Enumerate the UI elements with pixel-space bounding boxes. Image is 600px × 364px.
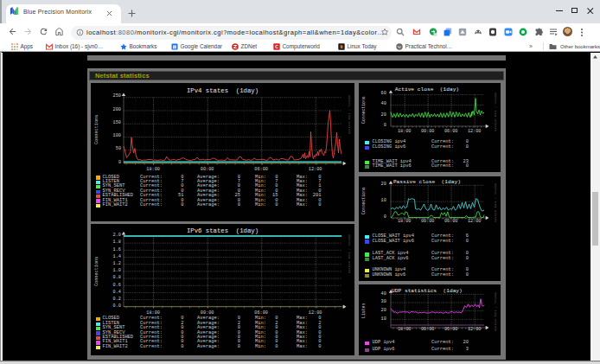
svg-text:31: 31	[173, 45, 176, 48]
svg-text:lt: lt	[340, 44, 342, 49]
svg-text:W: W	[398, 44, 402, 48]
svg-text:C: C	[275, 44, 278, 49]
